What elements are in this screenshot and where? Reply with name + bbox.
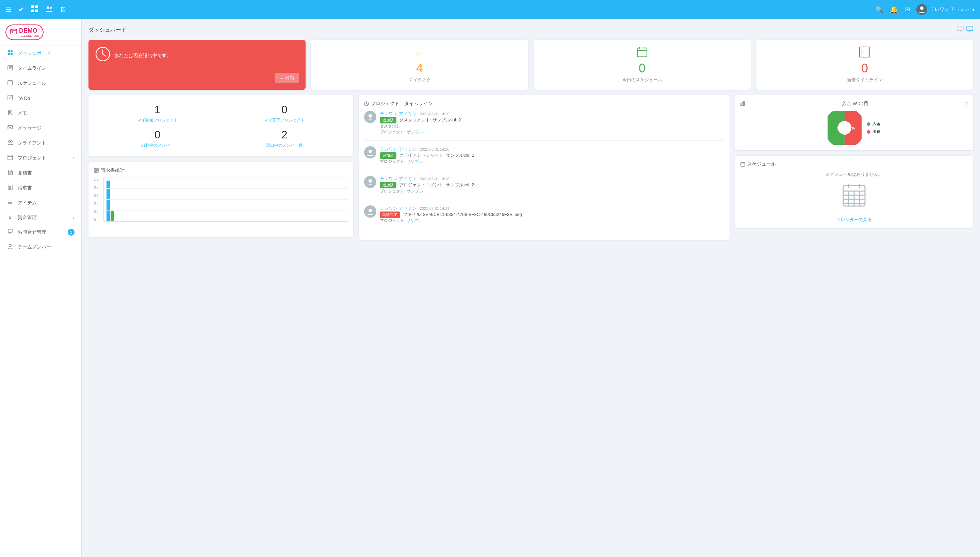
timeline-entry: テレワン アドミン 2021-03-31 14:18 追加済 クライアントチャッ… — [364, 146, 724, 170]
sidebar-item-invoices[interactable]: 請求書 — [0, 181, 81, 195]
bar-chart-area — [103, 178, 348, 222]
user-menu[interactable]: テレワン アドミン ▾ — [916, 4, 975, 15]
timeline-time: 2021-03-31 14:19 — [420, 112, 449, 116]
project-link[interactable]: サンプル — [407, 189, 423, 194]
sidebar-item-items[interactable]: アイテム — [0, 195, 81, 210]
attend-button[interactable]: → 出勤 — [274, 73, 299, 83]
svg-rect-3 — [35, 10, 38, 12]
expense-dot — [867, 130, 871, 134]
timeline-user[interactable]: テレワン アドミン — [380, 111, 416, 116]
started-count: 1 — [96, 103, 218, 116]
sidebar-label: 資金管理 — [18, 215, 37, 221]
sidebar-item-messages[interactable]: メッセージ — [0, 121, 81, 136]
dashboard-icon — [7, 50, 14, 57]
clock-small-icon — [364, 101, 369, 106]
timeline-action: 追加済 タスクコメント: サンプルvol. 2 — [380, 117, 724, 124]
y-label-10: 1.0 — [94, 178, 99, 181]
timeline-action: 削除完了 ファイル: 3E46CB11-6354-4706-BF8C-490C9… — [380, 212, 724, 218]
sidebar-item-memo[interactable]: メモ — [0, 106, 81, 121]
hamburger-icon[interactable]: ☰ — [5, 5, 11, 14]
schedule-icon — [7, 80, 14, 87]
sidebar-label: ダッシュボード — [18, 50, 51, 57]
todo-icon — [7, 95, 14, 102]
messages-icon — [7, 125, 14, 132]
calendar-link[interactable]: カレンダーで見る — [740, 217, 968, 223]
completed-count: 0 — [224, 103, 345, 116]
sidebar-item-finance[interactable]: ¥ 資金管理 › — [0, 210, 81, 225]
bar-blue — [106, 181, 110, 221]
help-icon[interactable]: ? — [965, 101, 968, 106]
working-members: 0 出勤中のメンバー — [96, 129, 218, 148]
sidebar-item-projects[interactable]: プロジェクト › — [0, 151, 81, 166]
sidebar-item-dashboard[interactable]: ダッシュボード — [0, 46, 81, 61]
monitor-active-header-icon[interactable] — [966, 26, 973, 34]
bar-green — [111, 211, 114, 221]
search-icon[interactable]: 🔍 — [875, 5, 884, 14]
timeline-entry: テレワン アドミン 2021-03-31 14:19 追加済 タスクコメント: … — [364, 111, 724, 141]
sidebar-item-todo[interactable]: To Do — [0, 91, 81, 106]
timeline-entry-content: テレワン アドミン 2021-03-31 14:18 追加済 プロジェクトコメン… — [380, 176, 724, 194]
mail-icon[interactable]: ✉ — [905, 5, 910, 14]
project-stat-grid: 1 マイ開始プロジェクト 0 マイ完了プロジェクト 0 出勤中のメンバー 2 — [96, 103, 345, 148]
grid-icon[interactable] — [31, 5, 38, 14]
started-label: マイ開始プロジェクト — [96, 117, 218, 123]
timeline-time: 2021-03-31 14:18 — [420, 147, 449, 151]
timeline-label: 新着タイムライン — [847, 77, 882, 83]
sidebar-label: お問合せ管理 — [18, 229, 46, 235]
project-link[interactable]: サンプル — [407, 159, 423, 164]
sidebar-label: チームメンバー — [18, 244, 51, 250]
avatar — [916, 4, 927, 15]
sidebar-item-inquiries[interactable]: お問合せ管理 1 — [0, 225, 81, 240]
my-tasks-count: 4 — [416, 61, 423, 75]
avatar — [364, 176, 376, 188]
schedule-label: 今日のスケジュール — [622, 77, 662, 83]
schedule-stat-icon — [637, 47, 648, 60]
project-link[interactable]: サンプル — [407, 130, 423, 134]
sub-label: TELEONEPLUS — [19, 34, 39, 37]
timeline-user[interactable]: テレワン アドミン — [380, 176, 416, 181]
sidebar-item-estimates[interactable]: 見積書 — [0, 166, 81, 181]
task-label: タスク: — [380, 124, 394, 129]
tasks-icon[interactable]: ✔ — [18, 5, 24, 14]
legend-income: 入金 — [867, 121, 880, 127]
svg-point-6 — [920, 7, 923, 10]
y-label-02: 0.2 — [94, 210, 99, 213]
new-timeline-card: 0 新着タイムライン — [756, 40, 973, 90]
my-tasks-label: マイタスク — [409, 77, 431, 83]
timeline-entry-content: テレワン アドミン 2021-03-31 14:18 追加済 クライアントチャッ… — [380, 146, 724, 164]
monitor-header-icon[interactable] — [957, 26, 964, 34]
monitor-icon[interactable]: 🖥 — [60, 6, 66, 14]
svg-rect-74 — [742, 103, 743, 106]
y-label-04: 0.4 — [94, 202, 99, 205]
sidebar-label: 請求書 — [18, 185, 32, 191]
svg-rect-48 — [967, 26, 973, 31]
income-chart-card: 入金 vs 出費 ? 50% 50% — [735, 95, 973, 150]
svg-point-72 — [369, 209, 372, 212]
timeline-task: タスク: #1 — [380, 124, 724, 129]
users-icon[interactable] — [45, 5, 53, 14]
task-link[interactable]: #1 — [394, 124, 399, 129]
project-stats-card: 1 マイ開始プロジェクト 0 マイ完了プロジェクト 0 出勤中のメンバー 2 — [88, 95, 353, 156]
sidebar-label: アイテム — [18, 200, 37, 206]
sidebar-item-clients[interactable]: クライアント — [0, 136, 81, 151]
timeline-time: 2021-03-31 14:18 — [420, 177, 449, 181]
sidebar-item-team[interactable]: チームメンバー — [0, 240, 81, 255]
bell-icon[interactable]: 🔔 — [890, 5, 898, 14]
project-link[interactable]: サンプル — [407, 218, 423, 223]
pie-legend: 入金 出費 — [867, 121, 880, 135]
sidebar-label: クライアント — [18, 140, 46, 146]
sidebar-item-timeline[interactable]: タイムライン — [0, 61, 81, 76]
svg-rect-20 — [8, 81, 13, 85]
timeline-user[interactable]: テレワン アドミン — [380, 147, 416, 151]
timeline-entry-content: テレワン アドミン 2021-03-31 14:11 削除完了 ファイル: 3E… — [380, 205, 724, 224]
attendance-card: あなたは現在退出中です。 → 出勤 — [88, 40, 305, 90]
inquiries-icon — [7, 229, 14, 236]
schedule-icon — [740, 162, 745, 167]
svg-rect-28 — [8, 125, 13, 129]
chevron-right-icon: › — [73, 156, 75, 161]
timeline-user[interactable]: テレワン アドミン — [380, 206, 416, 211]
project-label: プロジェクト: — [380, 218, 407, 223]
income-label: 入金 — [872, 121, 880, 127]
absent-label: 退出中のメンバー数 — [224, 142, 345, 148]
sidebar-item-schedule[interactable]: スケジュール — [0, 76, 81, 91]
